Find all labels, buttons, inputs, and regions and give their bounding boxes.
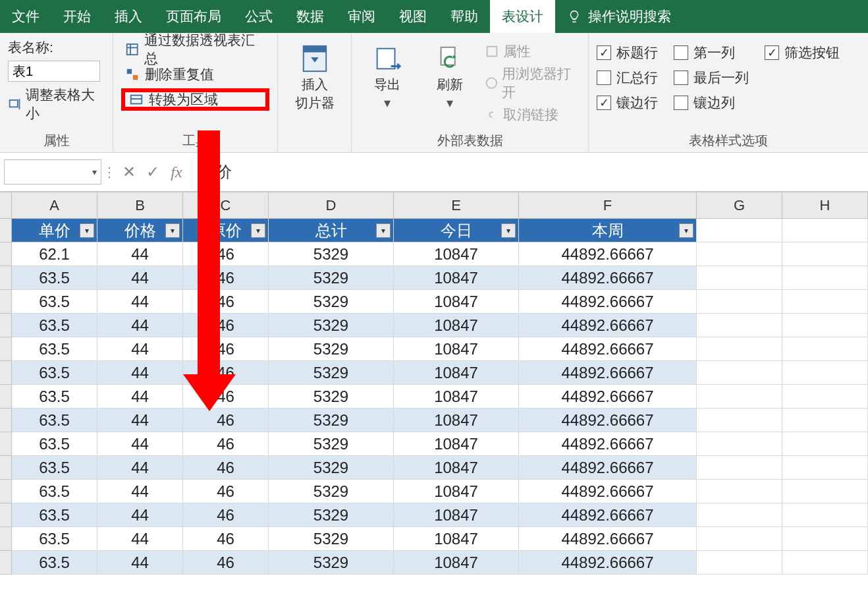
remove-duplicates-button[interactable]: 删除重复值 (121, 63, 269, 86)
accept-formula-button[interactable]: ✓ (141, 163, 165, 181)
data-cell[interactable]: 44 (97, 314, 183, 337)
empty-cell[interactable] (697, 290, 782, 314)
empty-cell[interactable] (782, 456, 868, 480)
data-cell[interactable]: 10847 (394, 409, 519, 432)
tab-data[interactable]: 数据 (285, 0, 336, 33)
empty-cell[interactable] (782, 242, 868, 266)
data-cell[interactable]: 63.5 (12, 503, 97, 527)
data-cell[interactable]: 63.5 (12, 361, 97, 385)
col-header-A[interactable]: A (12, 192, 97, 218)
data-cell[interactable]: 10847 (394, 480, 519, 503)
row-header[interactable] (0, 480, 12, 503)
empty-cell[interactable] (782, 337, 868, 361)
empty-cell[interactable] (697, 551, 782, 575)
col-header-H[interactable]: H (782, 192, 868, 218)
data-cell[interactable]: 44892.66667 (519, 290, 697, 314)
empty-cell[interactable] (697, 266, 782, 290)
row-header[interactable] (0, 219, 12, 242)
data-cell[interactable]: 10847 (394, 503, 519, 527)
empty-cell[interactable] (782, 527, 868, 551)
data-cell[interactable]: 44892.66667 (519, 480, 697, 503)
data-cell[interactable]: 46 (183, 409, 269, 432)
empty-cell[interactable] (782, 314, 868, 337)
data-cell[interactable]: 5329 (269, 551, 394, 575)
data-cell[interactable]: 10847 (394, 361, 519, 385)
empty-cell[interactable] (697, 480, 782, 503)
data-cell[interactable]: 46 (183, 480, 269, 503)
col-header-E[interactable]: E (394, 192, 519, 218)
tab-file[interactable]: 文件 (0, 0, 51, 33)
row-header[interactable] (0, 337, 12, 361)
empty-cell[interactable] (697, 527, 782, 551)
table-header-cell[interactable]: 本周▾ (519, 219, 697, 242)
empty-cell[interactable] (782, 266, 868, 290)
data-cell[interactable]: 63.5 (12, 551, 97, 575)
data-cell[interactable]: 10847 (394, 266, 519, 290)
data-cell[interactable]: 10847 (394, 337, 519, 361)
data-cell[interactable]: 46 (183, 314, 269, 337)
export-button[interactable]: 导出 ▾ (360, 38, 416, 111)
data-cell[interactable]: 5329 (269, 361, 394, 385)
data-cell[interactable]: 10847 (394, 527, 519, 551)
select-all-corner[interactable] (0, 192, 12, 218)
data-cell[interactable]: 44 (97, 266, 183, 290)
col-header-F[interactable]: F (519, 192, 697, 218)
row-header[interactable] (0, 314, 12, 337)
data-cell[interactable]: 44 (97, 290, 183, 314)
data-cell[interactable]: 46 (183, 337, 269, 361)
empty-cell[interactable] (782, 480, 868, 503)
row-header[interactable] (0, 361, 12, 385)
data-cell[interactable]: 44892.66667 (519, 503, 697, 527)
insert-slicer-button[interactable]: 插入 切片器 (286, 38, 343, 111)
empty-cell[interactable] (782, 432, 868, 456)
empty-cell[interactable] (697, 242, 782, 266)
data-cell[interactable]: 63.5 (12, 290, 97, 314)
data-cell[interactable]: 44892.66667 (519, 385, 697, 409)
data-cell[interactable]: 5329 (269, 290, 394, 314)
tab-review[interactable]: 审阅 (336, 0, 387, 33)
data-cell[interactable]: 5329 (269, 314, 394, 337)
resize-table-button[interactable]: 调整表格大小 (8, 86, 105, 123)
data-cell[interactable]: 44892.66667 (519, 266, 697, 290)
row-header[interactable] (0, 409, 12, 432)
fx-button[interactable]: fx (165, 163, 188, 181)
empty-cell[interactable] (697, 409, 782, 432)
filter-dropdown-button[interactable]: ▾ (251, 223, 265, 238)
filter-dropdown-button[interactable]: ▾ (165, 223, 180, 238)
tab-view[interactable]: 视图 (387, 0, 439, 33)
opt-banded-row[interactable]: ✓镶边行 (597, 94, 658, 112)
table-header-cell[interactable]: 总计▾ (269, 219, 394, 242)
empty-cell[interactable] (697, 503, 782, 527)
opt-total-row[interactable]: 汇总行 (597, 69, 658, 87)
table-header-cell[interactable]: 今日▾ (394, 219, 519, 242)
data-cell[interactable]: 44 (97, 385, 183, 409)
filter-dropdown-button[interactable]: ▾ (80, 223, 94, 238)
row-header[interactable] (0, 503, 12, 527)
data-cell[interactable]: 5329 (269, 242, 394, 266)
data-cell[interactable]: 5329 (269, 266, 394, 290)
help-search[interactable]: 操作说明搜索 (555, 7, 683, 26)
data-cell[interactable]: 10847 (394, 290, 519, 314)
data-cell[interactable]: 44892.66667 (519, 361, 697, 385)
row-header[interactable] (0, 266, 12, 290)
refresh-button[interactable]: 刷新 ▾ (422, 38, 478, 111)
data-cell[interactable]: 63.5 (12, 337, 97, 361)
data-cell[interactable]: 44892.66667 (519, 527, 697, 551)
empty-cell[interactable] (782, 361, 868, 385)
pivot-summary-button[interactable]: 通过数据透视表汇总 (121, 38, 269, 61)
data-cell[interactable]: 63.5 (12, 456, 97, 480)
col-header-G[interactable]: G (697, 192, 782, 218)
empty-cell[interactable] (697, 219, 782, 242)
data-cell[interactable]: 10847 (394, 242, 519, 266)
opt-banded-col[interactable]: 镶边列 (674, 94, 749, 112)
col-header-B[interactable]: B (97, 192, 183, 218)
data-cell[interactable]: 46 (183, 385, 269, 409)
data-cell[interactable]: 10847 (394, 385, 519, 409)
data-cell[interactable]: 46 (183, 266, 269, 290)
data-cell[interactable]: 10847 (394, 432, 519, 456)
table-name-input[interactable] (8, 61, 100, 82)
data-cell[interactable]: 44892.66667 (519, 551, 697, 575)
tab-insert[interactable]: 插入 (103, 0, 154, 33)
empty-cell[interactable] (782, 290, 868, 314)
data-cell[interactable]: 44 (97, 456, 183, 480)
